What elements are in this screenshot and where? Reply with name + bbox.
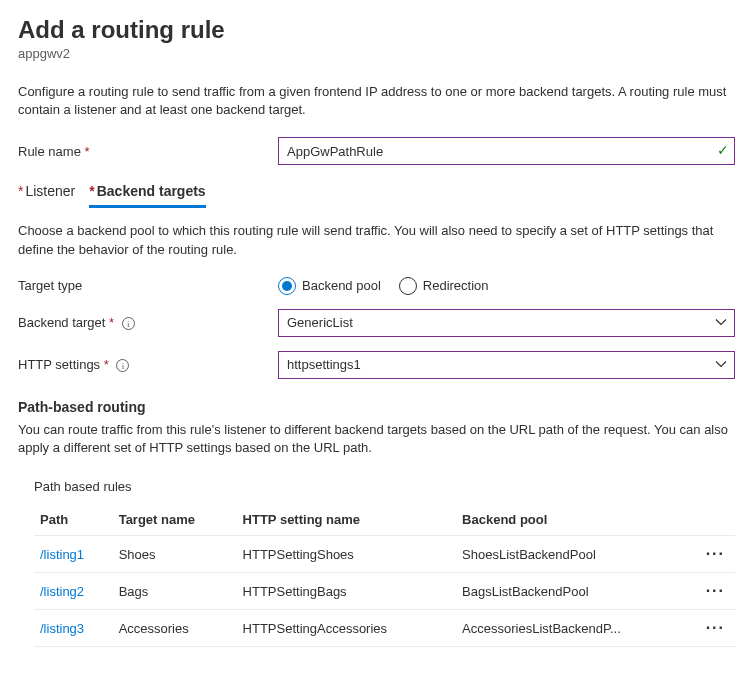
tabs: *Listener *Backend targets xyxy=(18,179,735,208)
path-routing-description: You can route traffic from this rule's l… xyxy=(18,421,735,457)
col-path[interactable]: Path xyxy=(34,504,113,536)
page-subtitle: appgwv2 xyxy=(18,46,735,61)
cell-pool: AccessoriesListBackendP... xyxy=(456,610,696,647)
cell-target: Accessories xyxy=(113,610,237,647)
path-link[interactable]: /listing2 xyxy=(40,584,84,599)
rule-name-input[interactable] xyxy=(278,137,735,165)
table-row: /listing2BagsHTTPSettingBagsBagsListBack… xyxy=(34,573,735,610)
http-settings-label: HTTP settings * i xyxy=(18,357,278,372)
radio-backend-pool-label: Backend pool xyxy=(302,278,381,293)
col-backend-pool[interactable]: Backend pool xyxy=(456,504,696,536)
backend-target-select[interactable]: GenericList xyxy=(278,309,735,337)
path-link[interactable]: /listing1 xyxy=(40,547,84,562)
tab-listener[interactable]: *Listener xyxy=(18,179,75,208)
cell-target: Shoes xyxy=(113,536,237,573)
rule-name-label: Rule name * xyxy=(18,144,278,159)
backend-description: Choose a backend pool to which this rout… xyxy=(18,222,735,258)
info-icon[interactable]: i xyxy=(122,317,135,330)
table-row: /listing3AccessoriesHTTPSettingAccessori… xyxy=(34,610,735,647)
path-rules-heading: Path based rules xyxy=(34,479,735,494)
table-row: /listing1ShoesHTTPSettingShoesShoesListB… xyxy=(34,536,735,573)
col-target-name[interactable]: Target name xyxy=(113,504,237,536)
info-icon[interactable]: i xyxy=(116,359,129,372)
cell-http: HTTPSettingShoes xyxy=(237,536,457,573)
radio-redirection[interactable]: Redirection xyxy=(399,277,489,295)
col-http-setting[interactable]: HTTP setting name xyxy=(237,504,457,536)
radio-backend-pool[interactable]: Backend pool xyxy=(278,277,381,295)
more-icon[interactable]: ··· xyxy=(702,582,729,600)
path-link[interactable]: /listing3 xyxy=(40,621,84,636)
cell-pool: ShoesListBackendPool xyxy=(456,536,696,573)
cell-pool: BagsListBackendPool xyxy=(456,573,696,610)
path-routing-title: Path-based routing xyxy=(18,399,735,415)
more-icon[interactable]: ··· xyxy=(702,619,729,637)
http-settings-select[interactable]: httpsettings1 xyxy=(278,351,735,379)
target-type-label: Target type xyxy=(18,278,278,293)
page-description: Configure a routing rule to send traffic… xyxy=(18,83,735,119)
tab-backend-targets[interactable]: *Backend targets xyxy=(89,179,205,208)
cell-http: HTTPSettingAccessories xyxy=(237,610,457,647)
cell-http: HTTPSettingBags xyxy=(237,573,457,610)
more-icon[interactable]: ··· xyxy=(702,545,729,563)
cell-target: Bags xyxy=(113,573,237,610)
path-rules-table: Path Target name HTTP setting name Backe… xyxy=(34,504,735,647)
page-title: Add a routing rule xyxy=(18,16,735,44)
radio-redirection-label: Redirection xyxy=(423,278,489,293)
backend-target-label: Backend target * i xyxy=(18,315,278,330)
